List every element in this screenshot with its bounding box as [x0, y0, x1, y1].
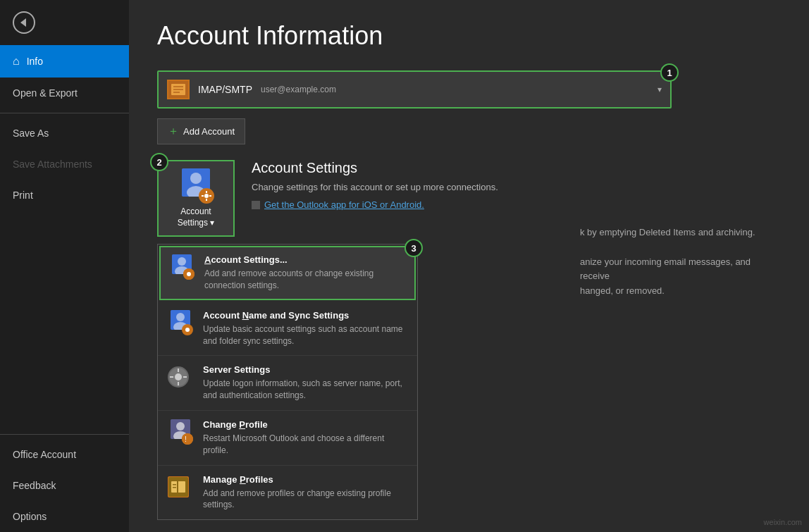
gear-gray-icon: [168, 366, 189, 388]
menu-item-manage-profiles-text: Manage Profiles Add and remove profiles …: [203, 474, 407, 512]
svg-rect-12: [202, 195, 204, 197]
svg-rect-27: [178, 382, 179, 385]
manage-profiles-icon: [168, 474, 193, 500]
sidebar-divider-2: [0, 434, 129, 435]
sidebar-item-save-attachments-label: Save Attachments: [13, 159, 92, 170]
account-settings-title: Account Settings: [252, 160, 781, 176]
account-name-sync-icon: [168, 310, 193, 335]
change-profile-icon: !: [168, 419, 193, 445]
back-circle-icon[interactable]: [13, 11, 35, 34]
account-selector-icon: [167, 80, 190, 99]
svg-point-6: [190, 173, 202, 184]
main-content: Account Information IMAP/SMTP user@examp…: [129, 0, 809, 532]
dropdown-badge-3: 3: [404, 239, 423, 257]
sidebar-item-feedback[interactable]: Feedback: [0, 470, 129, 501]
menu-item-server-settings[interactable]: Server Settings Update logon information…: [158, 356, 417, 411]
menu-item-manage-profiles-title: Manage Profiles: [203, 474, 407, 485]
gear-icon: [199, 188, 214, 204]
sidebar-item-save-as[interactable]: Save As: [0, 118, 129, 149]
back-button[interactable]: [0, 0, 129, 45]
server-settings-icon: [168, 364, 193, 390]
account-selector[interactable]: IMAP/SMTP user@example.com ▾ 1: [157, 70, 672, 109]
menu-item-change-profile-desc: Restart Microsoft Outlook and choose a d…: [203, 433, 407, 457]
svg-point-15: [178, 257, 186, 266]
content-behind: k by emptying Deleted Items and archivin…: [580, 225, 781, 299]
account-email: user@example.com: [261, 85, 336, 94]
menu-item-account-name-sync[interactable]: Account Name and Sync Settings Update ba…: [158, 302, 417, 357]
add-account-button[interactable]: ＋ Add Account: [157, 118, 245, 144]
svg-rect-37: [177, 481, 178, 493]
menu-item-account-settings[interactable]: Account Settings... Add and remove accou…: [159, 246, 416, 300]
sidebar-item-open-export-label: Open & Export: [13, 87, 78, 99]
account-imap-label: IMAP/SMTP: [198, 84, 252, 95]
sidebar-bottom: Office Account Feedback Options: [0, 430, 129, 532]
behind-text-2: anize your incoming email messages, and …: [580, 255, 781, 285]
sidebar-item-office-account-label: Office Account: [13, 449, 76, 460]
menu-item-account-settings-text: Account Settings... Add and remove accou…: [204, 254, 406, 292]
menu-item-server-settings-desc: Update logon information, such as server…: [203, 378, 407, 402]
sidebar-item-options[interactable]: Options: [0, 501, 129, 532]
menu-item-account-name-sync-desc: Update basic account settings such as ac…: [203, 323, 407, 347]
page-title: Account Information: [157, 21, 781, 51]
svg-point-20: [176, 313, 185, 321]
account-selector-badge: 1: [660, 63, 679, 82]
dropdown-arrow-icon: ▾: [657, 85, 662, 94]
account-settings-description: Change settings for this account or set …: [252, 182, 781, 192]
svg-rect-38: [173, 484, 176, 485]
menu-item-account-name-sync-text: Account Name and Sync Settings Update ba…: [203, 310, 407, 347]
sidebar-item-info-label: Info: [27, 56, 43, 67]
sidebar-item-info[interactable]: ⌂ Info: [0, 45, 129, 78]
svg-rect-26: [178, 369, 179, 372]
sidebar-item-office-account[interactable]: Office Account: [0, 439, 129, 470]
menu-item-server-settings-title: Server Settings: [203, 364, 407, 375]
svg-point-31: [176, 422, 185, 431]
svg-point-18: [187, 272, 191, 276]
svg-point-9: [204, 194, 209, 198]
svg-rect-29: [183, 376, 187, 378]
sidebar-item-open-export[interactable]: Open & Export: [0, 78, 129, 109]
svg-rect-39: [173, 487, 176, 488]
plus-icon: ＋: [168, 124, 179, 139]
menu-item-account-settings-desc: Add and remove accounts or change existi…: [204, 268, 406, 292]
menu-item-account-name-sync-title: Account Name and Sync Settings: [203, 310, 407, 321]
account-settings-button-icon: [179, 168, 213, 202]
watermark: weixin.com: [764, 518, 802, 526]
behind-text-3: hanged, or removed.: [580, 284, 781, 299]
sidebar-divider-1: [0, 113, 129, 113]
gear-small-icon: [183, 268, 194, 280]
account-settings-button[interactable]: 2: [157, 160, 235, 237]
svg-rect-28: [170, 376, 173, 378]
account-settings-menu-icon: [169, 254, 194, 280]
svg-rect-11: [206, 199, 207, 201]
sidebar-item-print-label: Print: [13, 190, 33, 201]
sidebar-item-print[interactable]: Print: [0, 180, 129, 211]
svg-rect-10: [206, 191, 207, 193]
svg-rect-13: [209, 195, 211, 197]
outlook-app-link-text: Get the Outlook app for iOS or Android.: [264, 199, 424, 210]
sidebar-item-options-label: Options: [13, 511, 47, 522]
account-settings-button-label: AccountSettings ▾: [178, 206, 215, 228]
home-icon: ⌂: [13, 55, 20, 68]
menu-item-change-profile-text: Change Profile Restart Microsoft Outlook…: [203, 419, 407, 457]
account-settings-badge: 2: [150, 153, 168, 171]
add-account-label: Add Account: [183, 126, 235, 137]
book-icon: [168, 476, 189, 497]
sidebar-item-feedback-label: Feedback: [13, 480, 56, 491]
sidebar: ⌂ Info Open & Export Save As Save Attach…: [0, 0, 129, 532]
menu-item-change-profile[interactable]: ! Change Profile Restart Microsoft Outlo…: [158, 411, 417, 466]
back-arrow-icon: [20, 18, 26, 27]
svg-text:!: !: [185, 435, 187, 443]
account-settings-info: Account Settings Change settings for thi…: [252, 160, 781, 210]
menu-item-change-profile-title: Change Profile: [203, 419, 407, 430]
behind-text-1: k by emptying Deleted Items and archivin…: [580, 225, 781, 240]
menu-item-account-settings-title: Account Settings...: [204, 254, 406, 265]
svg-point-33: [182, 433, 193, 445]
svg-point-23: [185, 328, 190, 332]
menu-item-manage-profiles-desc: Add and remove profiles or change existi…: [203, 488, 407, 512]
link-checkbox-icon: [252, 201, 260, 209]
svg-point-25: [175, 373, 182, 381]
menu-item-server-settings-text: Server Settings Update logon information…: [203, 364, 407, 402]
menu-item-manage-profiles[interactable]: Manage Profiles Add and remove profiles …: [158, 466, 417, 520]
outlook-app-link[interactable]: Get the Outlook app for iOS or Android.: [252, 199, 781, 210]
sidebar-item-save-as-label: Save As: [13, 128, 49, 139]
